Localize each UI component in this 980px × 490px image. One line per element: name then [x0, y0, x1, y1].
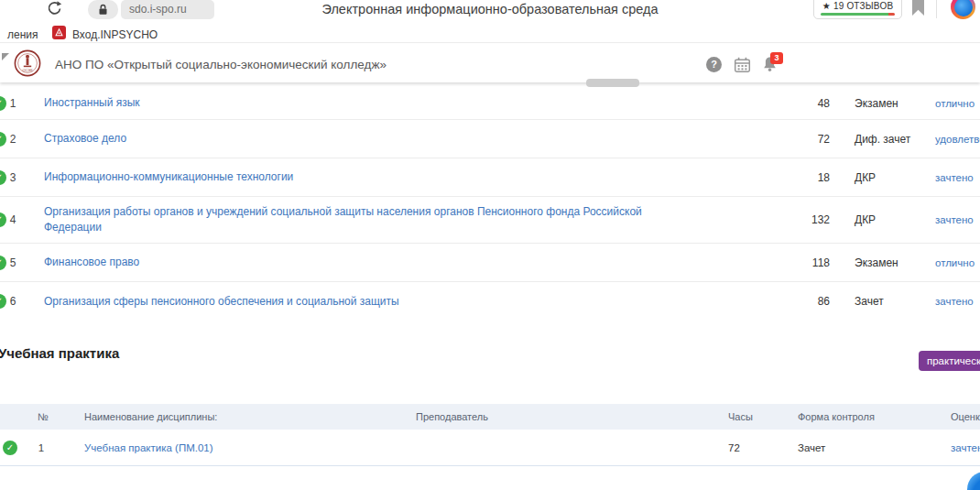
table-row: ✓ 1 Иностранный язык 48 Экзамен отлично [0, 87, 980, 120]
control-form-value: ДКР [855, 213, 876, 226]
discipline-link[interactable]: Организация работы органов и учреждений … [44, 204, 685, 235]
hours-value: 72 [786, 133, 830, 146]
discipline-link[interactable]: Страховое дело [44, 131, 685, 147]
table-row: ✓ 3 Информационно-коммуникационные техно… [0, 158, 980, 197]
discipline-link[interactable]: Учебная практика (ПМ.01) [84, 442, 213, 453]
header-grade: Оценка [951, 411, 980, 422]
scrollbar-thumb[interactable] [586, 79, 639, 87]
bookmark-item-truncated[interactable]: ления [7, 28, 38, 41]
organization-name: АНО ПО «Открытый социально-экономический… [55, 58, 387, 71]
grade-link[interactable]: зачтено [951, 442, 980, 453]
control-form-value: Зачет [798, 442, 825, 453]
grade-link[interactable]: удовлетворительно [935, 134, 980, 145]
control-form-value: Экзамен [855, 97, 898, 110]
star-icon: ★ [822, 1, 831, 11]
toolbar-divider [936, 0, 937, 18]
site-header: ОСЭК АНО ПО «Открытый социально-экономич… [0, 44, 980, 82]
table-row: ✓ 4 Организация работы органов и учрежде… [0, 197, 980, 244]
hours-value: 86 [786, 295, 830, 308]
header-control-form: Форма контроля [798, 411, 875, 422]
hours-value: 72 [728, 442, 740, 453]
hours-value: 118 [786, 256, 830, 269]
grade-link[interactable]: отлично [935, 98, 975, 109]
browser-toolbar: sdo.i-spo.ru Электронная информационно-о… [0, 0, 980, 25]
grade-link[interactable]: зачтено [935, 214, 974, 225]
table-row: ✓ 6 Организация сферы пенсионного обеспе… [0, 282, 980, 321]
notifications-count-badge: 3 [770, 52, 783, 64]
header-hours: Часы [728, 411, 753, 422]
section-divider [0, 465, 980, 466]
bookmark-favicon [52, 26, 66, 39]
completed-check-icon: ✓ [3, 441, 17, 455]
row-number: 1 [5, 97, 20, 110]
discipline-link[interactable]: Финансовое право [44, 255, 685, 270]
control-form-value: Экзамен [855, 256, 898, 269]
grade-link[interactable]: зачтено [935, 296, 974, 307]
chat-widget-button[interactable] [967, 472, 980, 490]
grades-table: ✓ 1 Иностранный язык 48 Экзамен отлично … [0, 87, 980, 321]
header-discipline: Наименование дисциплины: [84, 411, 217, 422]
row-number: 6 [5, 295, 20, 308]
rating-bar [821, 13, 895, 16]
practice-type-badge: практическое [919, 351, 980, 371]
control-form-value: Зачет [855, 295, 884, 308]
hours-value: 132 [786, 213, 830, 226]
row-number: 5 [5, 256, 20, 269]
practice-table-header: № Наименование дисциплины: Преподаватель… [0, 404, 980, 430]
row-number: 1 [34, 442, 49, 453]
bookmark-item[interactable]: Вход.INPSYCHO [72, 28, 158, 41]
row-number: 4 [5, 213, 20, 226]
calendar-icon[interactable] [734, 57, 751, 73]
discipline-link[interactable]: Информационно-коммуникационные технологи… [44, 169, 685, 185]
help-icon[interactable]: ? [706, 57, 722, 72]
reviews-label: ★ 19 отзывов [814, 1, 901, 11]
practice-table-row: ✓ 1 Учебная практика (ПМ.01) 72 Зачет за… [0, 430, 980, 465]
reviews-count: 19 отзывов [833, 1, 893, 11]
header-teacher: Преподаватель [416, 411, 488, 422]
hours-value: 48 [786, 97, 830, 110]
site-reviews-button[interactable]: ★ 19 отзывов [813, 0, 902, 19]
browser-window: sdo.i-spo.ru Электронная информационно-о… [0, 0, 980, 490]
header-number: № [38, 411, 49, 422]
grade-link[interactable]: зачтено [935, 172, 974, 183]
table-row: ✓ 5 Финансовое право 118 Экзамен отлично [0, 244, 980, 282]
bookmarks-bar: ления Вход.INPSYCHO [0, 25, 980, 43]
table-row: ✓ 2 Страховое дело 72 Диф. зачет удовлет… [0, 120, 980, 158]
control-form-value: ДКР [855, 171, 876, 184]
avatar-core [954, 0, 973, 16]
college-logo[interactable]: ОСЭК [14, 49, 41, 77]
control-form-value: Диф. зачет [855, 133, 910, 146]
row-number: 3 [5, 171, 20, 184]
discipline-link[interactable]: Иностранный язык [44, 95, 685, 111]
hours-value: 18 [786, 171, 830, 184]
section-title: Учебная практика [0, 345, 119, 361]
row-number: 2 [5, 133, 20, 146]
discipline-link[interactable]: Организация сферы пенсионного обеспечени… [44, 294, 685, 310]
grade-link[interactable]: отлично [935, 257, 975, 268]
svg-text:ОСЭК: ОСЭК [22, 68, 33, 72]
